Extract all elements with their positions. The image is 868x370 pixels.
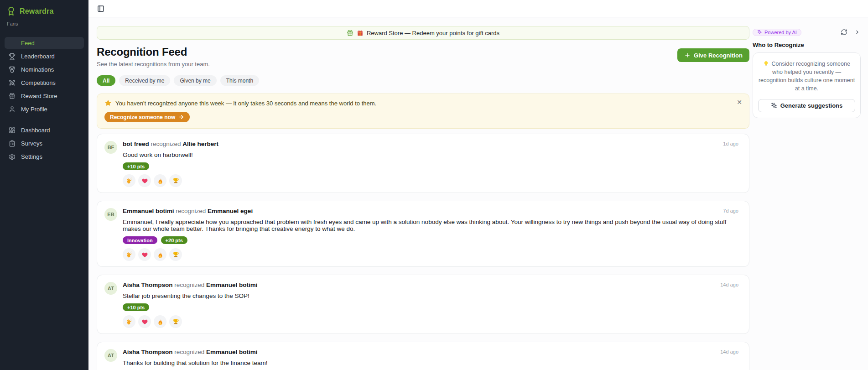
gift-icon — [9, 93, 16, 99]
main-area: Reward Store — Redeem your points for gi… — [88, 0, 868, 370]
refresh-button[interactable] — [840, 28, 848, 36]
recognize-someone-now-button[interactable]: Recognize someone now — [104, 112, 190, 122]
dashboard-icon — [9, 127, 16, 134]
generate-suggestions-label: Generate suggestions — [780, 102, 843, 109]
reaction-heart-button[interactable] — [138, 174, 151, 187]
recognition-message: Thanks for building that solution for th… — [123, 360, 740, 366]
heart-icon — [141, 251, 148, 258]
recognition-card: BF bot freed recognized Allie herbert Go… — [97, 134, 749, 193]
sidebar-item-settings[interactable]: Settings — [5, 151, 84, 162]
sidebar-item-label: Settings — [21, 153, 42, 160]
avatar: AT — [104, 349, 117, 362]
sidebar-item-label: Nominations — [21, 66, 54, 73]
clap-icon — [126, 251, 133, 258]
points-badge: +10 pts — [123, 303, 149, 311]
recognition-message: Stellar job presenting the changes to th… — [123, 292, 740, 299]
avatar: BF — [104, 141, 117, 154]
trophy-icon — [172, 318, 179, 325]
recognition-message: Emmanuel, I really appreciate how you ap… — [123, 219, 740, 232]
panel-left-icon — [97, 5, 104, 12]
category-badge: Innovation — [123, 236, 157, 244]
reaction-clap-button[interactable] — [123, 315, 135, 328]
filter-this-month[interactable]: This month — [220, 75, 259, 86]
recognition-card: AT Aisha Thompson recognized Emmanuel bo… — [97, 342, 749, 370]
sidebar-item-my-profile[interactable]: My Profile — [5, 103, 84, 115]
arrow-right-icon — [178, 114, 184, 120]
heart-icon — [141, 318, 148, 325]
sidebar-item-dashboard[interactable]: Dashboard — [5, 124, 84, 136]
reaction-fire-button[interactable] — [154, 174, 166, 187]
give-recognition-label: Give Recognition — [694, 52, 743, 59]
reaction-clap-button[interactable] — [123, 248, 135, 261]
sidebar-item-reward-store[interactable]: Reward Store — [5, 90, 84, 102]
clipboard-icon — [9, 140, 16, 147]
sidebar-item-label: Reward Store — [21, 93, 57, 99]
recognition-nudge-banner: You haven't recognized anyone this week … — [97, 94, 749, 129]
sidebar-item-surveys[interactable]: Surveys — [5, 137, 84, 149]
lightbulb-icon — [763, 61, 770, 67]
fire-icon — [157, 177, 164, 184]
filter-received-by-me[interactable]: Received by me — [119, 75, 170, 86]
reaction-heart-button[interactable] — [138, 315, 151, 328]
reaction-trophy-button[interactable] — [169, 315, 182, 328]
ai-suggestion-card: Consider recognizing someone who helped … — [753, 52, 861, 118]
trophy-icon — [172, 251, 179, 258]
powered-by-ai-badge: Powered by AI — [753, 29, 801, 36]
sidebar-item-feed[interactable]: Feed — [5, 37, 84, 49]
plus-icon — [684, 52, 691, 58]
filter-all[interactable]: All — [97, 75, 115, 86]
page-title: Recognition Feed — [97, 46, 210, 58]
timestamp: 14d ago — [720, 349, 738, 354]
avatar: EB — [104, 208, 117, 221]
refresh-icon — [841, 29, 847, 36]
award-ribbon-icon — [6, 6, 16, 16]
recipient-name: Allie herbert — [182, 141, 218, 147]
sparkles-icon — [757, 30, 762, 35]
giver-name: Aisha Thompson — [123, 281, 173, 288]
generate-suggestions-button[interactable]: Generate suggestions — [758, 99, 855, 112]
reaction-trophy-button[interactable] — [169, 174, 182, 187]
gift-outline-icon — [347, 30, 353, 36]
recipient-name: Emmanuel egei — [208, 208, 253, 214]
sidebar-item-label: Feed — [21, 40, 35, 47]
timestamp: 14d ago — [720, 282, 738, 287]
sidebar-nav-primary: Feed Leaderboard Nominations Competition… — [0, 37, 88, 115]
collapse-panel-button[interactable] — [854, 29, 861, 36]
page-subtitle: See the latest recognitions from your te… — [97, 61, 210, 68]
giver-name: Aisha Thompson — [123, 349, 173, 355]
swords-icon — [9, 79, 16, 86]
sidebar-item-label: Dashboard — [21, 127, 50, 134]
topbar — [88, 0, 868, 17]
recipient-name: Emmanuel botimi — [206, 281, 258, 288]
recipient-name: Emmanuel botimi — [206, 349, 258, 355]
sidebar-item-competitions[interactable]: Competitions — [5, 77, 84, 89]
heart-icon — [141, 177, 148, 184]
close-icon[interactable]: ✕ — [736, 98, 743, 106]
nudge-text: You haven't recognized anyone this week … — [115, 100, 376, 107]
recognition-card: AT Aisha Thompson recognized Emmanuel bo… — [97, 275, 749, 334]
reaction-trophy-button[interactable] — [169, 248, 182, 261]
reward-store-banner-text: Reward Store — Redeem your points for gi… — [367, 30, 499, 36]
sidebar-item-nominations[interactable]: Nominations — [5, 63, 84, 75]
app-root: Rewardra Fans Feed Leaderboard Nominatio… — [0, 0, 868, 370]
verb-text: recognized — [151, 141, 181, 147]
filter-given-by-me[interactable]: Given by me — [174, 75, 216, 86]
verb-text: recognized — [174, 349, 204, 355]
reaction-fire-button[interactable] — [154, 315, 166, 328]
reaction-fire-button[interactable] — [154, 248, 166, 261]
give-recognition-button[interactable]: Give Recognition — [677, 48, 749, 62]
avatar: AT — [104, 282, 117, 295]
sidebar-item-leaderboard[interactable]: Leaderboard — [5, 50, 84, 62]
fire-icon — [157, 251, 164, 258]
trophy-icon — [9, 53, 16, 60]
sidebar: Rewardra Fans Feed Leaderboard Nominatio… — [0, 0, 88, 370]
reward-store-banner[interactable]: Reward Store — Redeem your points for gi… — [97, 26, 749, 40]
timestamp: 1d ago — [723, 141, 738, 146]
recognition-card: EB Emmanuel botimi recognized Emmanuel e… — [97, 201, 749, 267]
star-icon — [104, 99, 112, 107]
points-badge: +20 pts — [161, 236, 187, 244]
reaction-heart-button[interactable] — [138, 248, 151, 261]
verb-text: recognized — [176, 208, 206, 214]
sidebar-toggle-button[interactable] — [96, 4, 105, 13]
reaction-clap-button[interactable] — [123, 174, 135, 187]
